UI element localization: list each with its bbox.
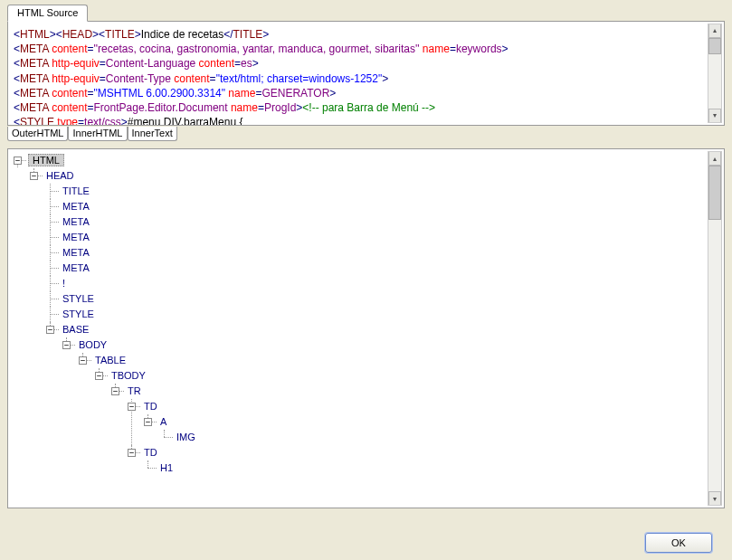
attr: name xyxy=(228,101,258,114)
tree-node-meta[interactable]: META xyxy=(61,262,91,273)
tab-html-source[interactable]: HTML Source xyxy=(7,5,88,22)
tag: HEAD xyxy=(62,28,92,41)
collapse-icon[interactable] xyxy=(128,403,136,411)
bracket: < xyxy=(14,72,20,85)
collapse-icon[interactable] xyxy=(30,172,38,180)
attr: http-equiv xyxy=(49,57,100,70)
text: Indice de recetas xyxy=(141,28,223,41)
val: Content-Language xyxy=(106,57,195,70)
tree-node-tr[interactable]: TR xyxy=(126,385,143,396)
scroll-up-icon[interactable]: ▴ xyxy=(708,152,721,166)
source-line: <META content=FrontPage.Editor.Document … xyxy=(14,100,704,115)
tag: META xyxy=(20,87,49,100)
tab-innertext[interactable]: InnerText xyxy=(128,127,177,141)
bracket: > xyxy=(252,57,259,70)
collapse-icon[interactable] xyxy=(144,418,152,426)
text: #menu DIV.barraMenu { xyxy=(128,116,243,126)
scroll-down-icon[interactable]: ▾ xyxy=(708,491,721,505)
tab-outerhtml[interactable]: OuterHTML xyxy=(7,127,68,141)
source-line: <META http-equiv=Content-Language conten… xyxy=(14,56,704,71)
source-scrollbar[interactable]: ▴ ▾ xyxy=(708,24,722,123)
tree-node-meta[interactable]: META xyxy=(61,232,91,242)
bracket: >< xyxy=(50,28,62,41)
collapse-icon[interactable] xyxy=(62,341,71,349)
eq: = xyxy=(210,72,216,85)
bracket: < xyxy=(14,87,20,100)
attr: content xyxy=(49,43,88,55)
tag: META xyxy=(20,57,49,70)
scroll-up-icon[interactable]: ▴ xyxy=(708,24,721,38)
eq: = xyxy=(100,57,106,70)
eq: = xyxy=(258,101,264,114)
eq: = xyxy=(88,87,94,100)
val: ProgId xyxy=(264,101,296,114)
tree-node-table[interactable]: TABLE xyxy=(93,355,128,365)
scroll-down-icon[interactable]: ▾ xyxy=(708,109,721,122)
scroll-thumb[interactable] xyxy=(708,38,721,54)
val: keywords xyxy=(456,43,502,55)
bracket: > xyxy=(502,43,509,55)
attr: content xyxy=(171,72,210,85)
ok-button[interactable]: OK xyxy=(645,533,712,553)
bracket: < xyxy=(14,43,20,55)
tree-node-td[interactable]: TD xyxy=(142,401,159,412)
source-line: <HTML><HEAD><TITLE>Indice de recetas</TI… xyxy=(14,27,704,42)
comment: <!-- para Barra de Menú --> xyxy=(302,101,435,114)
tree-node-td[interactable]: TD xyxy=(142,447,159,458)
source-line: <STYLE type=text/css>#menu DIV.barraMenu… xyxy=(14,115,704,126)
scroll-thumb[interactable] xyxy=(708,166,721,220)
eq: = xyxy=(78,116,84,126)
attr: content xyxy=(49,101,88,114)
tab-innerhtml[interactable]: InnerHTML xyxy=(68,127,127,141)
attr: name xyxy=(225,87,255,100)
bracket: > xyxy=(135,28,141,41)
val: Content-Type xyxy=(106,72,171,85)
tree-node-img[interactable]: IMG xyxy=(175,432,197,442)
tree-node-html[interactable]: HTML xyxy=(28,154,64,166)
tree-node-a[interactable]: A xyxy=(158,416,168,427)
attr: content xyxy=(195,57,234,70)
bracket: > xyxy=(329,87,336,100)
tree-node-title[interactable]: TITLE xyxy=(61,185,91,196)
tree-scrollbar[interactable]: ▴ ▾ xyxy=(708,151,722,506)
collapse-icon[interactable] xyxy=(46,326,54,334)
val: es xyxy=(241,57,252,70)
eq: = xyxy=(88,43,94,55)
tree-node-base[interactable]: BASE xyxy=(61,324,90,335)
bracket: > xyxy=(121,116,128,126)
tree-node-style[interactable]: STYLE xyxy=(61,293,96,304)
top-tab-bar: HTML Source xyxy=(7,4,725,21)
tree-node-head[interactable]: HEAD xyxy=(44,170,76,181)
tree-node-meta[interactable]: META xyxy=(61,201,91,212)
tag: META xyxy=(20,101,49,114)
val: "MSHTML 6.00.2900.3314" xyxy=(94,87,226,100)
collapse-icon[interactable] xyxy=(128,449,136,457)
tree-node-style[interactable]: STYLE xyxy=(61,308,96,319)
collapse-icon[interactable] xyxy=(79,356,87,365)
attr: name xyxy=(420,43,450,55)
tag: META xyxy=(20,43,49,55)
source-line: <META content=''recetas, cocina, gastron… xyxy=(14,42,704,56)
view-mode-tabs: OuterHTML InnerHTML InnerText xyxy=(7,127,725,141)
bracket: < xyxy=(14,116,20,126)
tree-node-tbody[interactable]: TBODY xyxy=(109,370,147,381)
dom-tree-panel: HTML HEAD TITLE META META META META xyxy=(7,148,725,508)
tag: TITLE xyxy=(233,28,262,41)
val: GENERATOR xyxy=(261,87,329,100)
tree-node-meta[interactable]: META xyxy=(61,216,91,227)
collapse-icon[interactable] xyxy=(14,157,22,165)
tag: STYLE xyxy=(20,116,54,126)
tree-node-comment[interactable]: ! xyxy=(61,278,67,289)
bracket: >< xyxy=(92,28,105,41)
tree-node-meta[interactable]: META xyxy=(61,247,91,258)
source-panel: <HTML><HEAD><TITLE>Indice de recetas</TI… xyxy=(7,21,725,126)
tree-node-body[interactable]: BODY xyxy=(77,339,109,350)
bracket: < xyxy=(14,57,20,70)
collapse-icon[interactable] xyxy=(95,372,103,380)
attr: content xyxy=(49,87,88,100)
source-line: <META http-equiv=Content-Type content="t… xyxy=(14,71,704,86)
bracket: </ xyxy=(223,28,233,41)
collapse-icon[interactable] xyxy=(111,387,119,395)
tree-node-h1[interactable]: H1 xyxy=(158,462,175,473)
val: text/css xyxy=(84,116,121,126)
